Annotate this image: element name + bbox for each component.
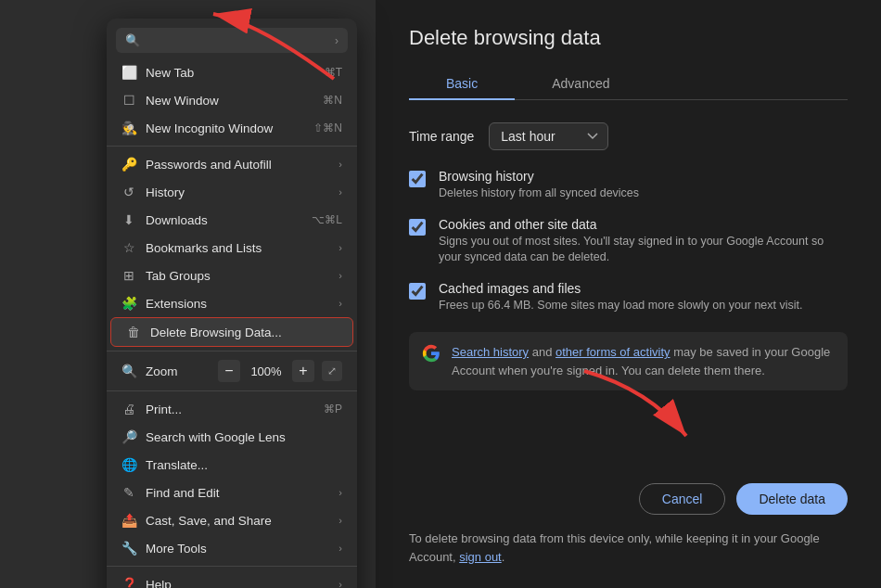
menu-item-label: Downloads <box>146 213 302 227</box>
sign-out-link[interactable]: sign out <box>459 550 502 564</box>
tab-icon: ⬜ <box>121 65 136 80</box>
dialog-tabs: Basic Advanced <box>409 69 848 100</box>
fullscreen-button[interactable]: ⤢ <box>322 361 342 381</box>
find-icon: ✎ <box>121 485 136 500</box>
menu-item-label: Cast, Save, and Share <box>146 514 329 528</box>
menu-item-translate[interactable]: 🌐 Translate... <box>107 451 357 479</box>
menu-item-cast[interactable]: 📤 Cast, Save, and Share › <box>107 506 357 534</box>
key-icon: 🔑 <box>121 157 136 172</box>
menu-item-label: Translate... <box>146 458 342 472</box>
zoom-controls: − 100% + ⤢ <box>218 360 342 382</box>
tabgroup-icon: ⊞ <box>121 268 136 283</box>
checkbox-cached-input[interactable] <box>409 283 426 300</box>
extensions-icon: 🧩 <box>121 296 136 311</box>
bookmark-icon: ☆ <box>121 240 136 255</box>
zoom-row: 🔍 Zoom − 100% + ⤢ <box>107 355 357 387</box>
checkbox-cookies: Cookies and other site data Signs you ou… <box>409 217 848 266</box>
cast-icon: 📤 <box>121 513 136 528</box>
menu-item-bookmarks[interactable]: ☆ Bookmarks and Lists › <box>107 234 357 262</box>
cancel-button[interactable]: Cancel <box>639 483 726 515</box>
menu-item-label: New Incognito Window <box>146 121 304 135</box>
history-icon: ↺ <box>121 185 136 199</box>
chevron-right-icon: › <box>338 487 342 498</box>
chevron-right-icon: › <box>338 270 342 281</box>
menu-item-label: Extensions <box>146 297 329 311</box>
menu-item-label: History <box>146 185 329 199</box>
menu-item-more-tools[interactable]: 🔧 More Tools › <box>107 534 357 562</box>
dialog-title: Delete browsing data <box>409 26 848 50</box>
annotation-arrow-top <box>204 5 352 101</box>
menu-item-label: Delete Browsing Data... <box>150 326 338 339</box>
checkbox-cookies-text: Cookies and other site data Signs you ou… <box>439 217 848 266</box>
chevron-right-icon: › <box>338 298 342 309</box>
zoom-label: Zoom <box>146 364 178 378</box>
checkbox-browsing-history-input[interactable] <box>409 171 426 187</box>
menu-divider <box>107 351 357 352</box>
menu-item-label: Bookmarks and Lists <box>146 241 329 255</box>
checkbox-cookies-input[interactable] <box>409 219 426 236</box>
checkbox-description: Deletes history from all synced devices <box>439 185 639 202</box>
zoom-in-button[interactable]: + <box>292 360 314 382</box>
checkbox-label: Cookies and other site data <box>439 217 848 232</box>
menu-item-lens[interactable]: 🔎 Search with Google Lens <box>107 423 357 451</box>
shortcut-text: ⌥⌘L <box>312 213 342 226</box>
time-range-row: Time range Last hour Last 24 hours Last … <box>409 122 848 150</box>
menu-item-label: Search with Google Lens <box>146 430 342 444</box>
menu-item-label: Help <box>146 578 329 589</box>
search-history-link[interactable]: Search history <box>452 345 529 359</box>
menu-item-label: More Tools <box>146 542 329 556</box>
google-icon <box>422 344 440 363</box>
chevron-right-icon: › <box>338 159 342 170</box>
menu-divider <box>107 566 357 567</box>
translate-icon: 🌐 <box>121 457 136 472</box>
time-range-label: Time range <box>409 129 474 144</box>
lens-icon: 🔎 <box>121 429 136 444</box>
other-activity-link[interactable]: other forms of activity <box>555 345 670 359</box>
menu-item-incognito[interactable]: 🕵 New Incognito Window ⇧⌘N <box>107 114 357 142</box>
menu-item-label: Find and Edit <box>146 486 329 500</box>
annotation-arrow-bottom <box>575 362 696 449</box>
chevron-right-icon: › <box>338 515 342 526</box>
checkbox-cached: Cached images and files Frees up 66.4 MB… <box>409 281 848 314</box>
chevron-right-icon: › <box>338 543 342 554</box>
tools-icon: 🔧 <box>121 541 136 556</box>
window-icon: ☐ <box>121 93 136 108</box>
menu-item-print[interactable]: 🖨 Print... ⌘P <box>107 395 357 423</box>
download-icon: ⬇ <box>121 212 136 227</box>
menu-item-help[interactable]: ❓ Help › <box>107 570 357 588</box>
trash-icon: 🗑 <box>126 325 141 339</box>
menu-item-history[interactable]: ↺ History › <box>107 178 357 206</box>
menu-item-find-edit[interactable]: ✎ Find and Edit › <box>107 479 357 506</box>
menu-divider <box>107 390 357 391</box>
search-icon: 🔍 <box>125 33 140 47</box>
delete-data-button[interactable]: Delete data <box>736 483 848 515</box>
dialog-actions: Cancel Delete data <box>409 472 848 515</box>
bottom-note: To delete browsing data from this device… <box>409 530 848 566</box>
checkbox-label: Browsing history <box>439 169 639 184</box>
chevron-right-icon: › <box>338 186 342 198</box>
checkbox-description: Signs you out of most sites. You'll stay… <box>439 234 848 266</box>
shortcut-text: ⇧⌘N <box>313 121 342 134</box>
zoom-out-button[interactable]: − <box>218 360 240 382</box>
menu-item-label: Tab Groups <box>146 269 329 283</box>
tab-basic[interactable]: Basic <box>409 69 515 100</box>
help-icon: ❓ <box>121 577 136 588</box>
menu-item-extensions[interactable]: 🧩 Extensions › <box>107 289 357 317</box>
checkbox-cached-text: Cached images and files Frees up 66.4 MB… <box>439 281 803 314</box>
menu-item-downloads[interactable]: ⬇ Downloads ⌥⌘L <box>107 206 357 234</box>
checkbox-description: Frees up 66.4 MB. Some sites may load mo… <box>439 298 803 314</box>
time-range-select[interactable]: Last hour Last 24 hours Last 7 days Last… <box>489 122 608 150</box>
context-menu: 🔍 › ⬜ New Tab ⌘T ☐ New Window ⌘N 🕵 New I… <box>107 19 357 588</box>
incognito-icon: 🕵 <box>121 121 136 135</box>
tab-advanced[interactable]: Advanced <box>515 69 646 100</box>
checkbox-label: Cached images and files <box>439 281 803 296</box>
menu-item-tab-groups[interactable]: ⊞ Tab Groups › <box>107 262 357 289</box>
zoom-value: 100% <box>248 364 285 378</box>
menu-item-passwords[interactable]: 🔑 Passwords and Autofill › <box>107 150 357 178</box>
delete-browsing-data-dialog: Delete browsing data Basic Advanced Time… <box>376 0 881 588</box>
checkbox-browsing-history: Browsing history Deletes history from al… <box>409 169 848 202</box>
menu-item-delete-browsing-data[interactable]: 🗑 Delete Browsing Data... <box>110 317 353 347</box>
zoom-icon: 🔍 <box>121 364 136 378</box>
menu-item-label: Passwords and Autofill <box>146 158 329 172</box>
chevron-right-icon: › <box>338 242 342 253</box>
